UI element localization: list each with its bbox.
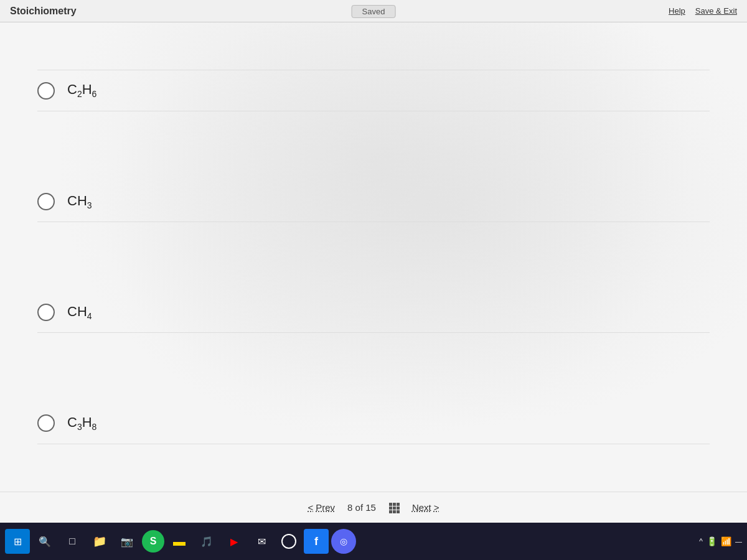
facebook-button[interactable]: f: [304, 529, 329, 554]
option-row-2[interactable]: CH3: [37, 182, 710, 222]
svg-rect-2: [397, 503, 400, 506]
clock-time: —: [735, 538, 742, 545]
system-clock: —: [735, 538, 742, 545]
discord-icon-symbol: ◎: [340, 536, 347, 546]
start-button[interactable]: ⊞: [5, 529, 30, 554]
option-row-4[interactable]: C3H8: [37, 403, 710, 444]
option-label-1: C2H6: [67, 82, 96, 99]
next-label: Next: [412, 502, 431, 513]
option-label-3: CH4: [67, 304, 92, 321]
task-view-button[interactable]: □: [60, 529, 85, 554]
svg-rect-0: [389, 503, 392, 506]
camera-icon: 📷: [121, 536, 133, 548]
prev-arrow-icon: <: [308, 502, 313, 513]
grid-menu-icon[interactable]: [388, 502, 400, 513]
top-bar-center: Saved: [352, 6, 396, 17]
radio-c3h8[interactable]: [37, 414, 55, 432]
spotify-button[interactable]: S: [142, 530, 164, 553]
saved-badge: Saved: [352, 5, 396, 18]
svg-rect-4: [393, 506, 396, 510]
option-label-2: CH3: [67, 193, 92, 210]
option-label-4: C3H8: [67, 414, 96, 432]
wifi-icon: 📶: [721, 536, 731, 546]
notes-button[interactable]: ▬: [167, 529, 192, 554]
svg-rect-1: [393, 503, 396, 506]
option-row-3[interactable]: CH4: [37, 292, 710, 333]
svg-rect-3: [389, 506, 392, 510]
prev-button[interactable]: < Prev: [308, 502, 335, 513]
next-arrow-icon: >: [434, 502, 439, 513]
app1-icon: 🎵: [200, 536, 213, 548]
search-icon: 🔍: [39, 536, 51, 548]
spotify-icon: S: [150, 536, 157, 547]
task-view-icon: □: [69, 536, 75, 547]
option-row-1[interactable]: C2H6: [37, 70, 710, 111]
radio-ch4[interactable]: [37, 304, 55, 321]
top-bar-left: Stoichiometry: [10, 6, 77, 17]
folder-icon: 📁: [93, 534, 106, 548]
svg-rect-5: [397, 506, 400, 510]
save-exit-button[interactable]: Save & Exit: [695, 6, 737, 16]
mail-button[interactable]: ✉: [249, 529, 274, 554]
taskbar: ⊞ 🔍 □ 📁 📷 S ▬ 🎵 ▶ ✉ f ◎ ^: [0, 523, 747, 560]
facebook-icon: f: [314, 535, 318, 548]
system-tray: ^ 🔋 📶 —: [699, 536, 742, 546]
app1-button[interactable]: 🎵: [194, 529, 219, 554]
radio-ch3[interactable]: [37, 193, 55, 210]
svg-rect-8: [397, 510, 400, 513]
next-button[interactable]: Next >: [412, 502, 439, 513]
o-icon: [281, 534, 296, 549]
help-button[interactable]: Help: [669, 6, 685, 16]
windows-icon: ⊞: [14, 536, 22, 548]
radio-c2h6[interactable]: [37, 82, 55, 100]
notes-icon: ▬: [173, 534, 186, 549]
file-explorer-button[interactable]: 📁: [87, 529, 112, 554]
progress-text: 8 of 15: [347, 502, 376, 513]
caret-icon: ^: [699, 537, 703, 546]
svg-rect-6: [389, 510, 392, 513]
search-taskbar-button[interactable]: 🔍: [32, 529, 57, 554]
mail-icon: ✉: [258, 536, 266, 548]
youtube-icon: ▶: [230, 536, 238, 548]
app-title: Stoichiometry: [10, 6, 77, 17]
camera-button[interactable]: 📷: [115, 529, 139, 554]
prev-label: Prev: [316, 502, 335, 513]
network-icon: 🔋: [707, 536, 717, 546]
nav-bar: < Prev 8 of 15 Next >: [0, 492, 747, 523]
youtube-button[interactable]: ▶: [222, 529, 247, 554]
svg-rect-7: [393, 510, 396, 513]
discord-button[interactable]: ◎: [331, 529, 356, 554]
main-content: C2H6 CH3 CH4 C3H8: [0, 22, 747, 492]
top-bar: Stoichiometry Saved Help Save & Exit: [0, 0, 747, 22]
top-bar-right: Help Save & Exit: [669, 6, 737, 16]
o-app-button[interactable]: [276, 529, 301, 554]
